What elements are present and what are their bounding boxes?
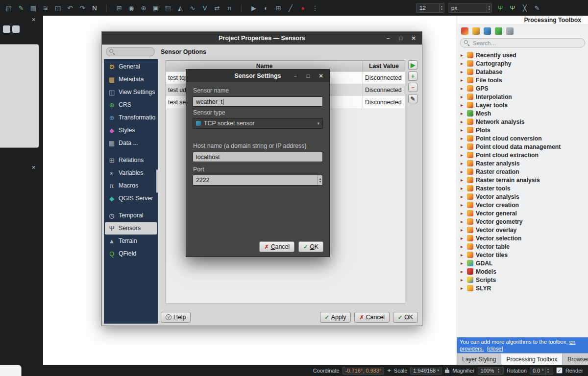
add-grid-icon[interactable]: ⊞	[114, 3, 124, 13]
ok-button[interactable]: ✓OK	[393, 312, 418, 323]
extent-icon[interactable]: +	[387, 367, 391, 374]
mesh-icon[interactable]: ◭	[175, 3, 185, 13]
sidebar-item-transformations[interactable]: ⊕ Transformations	[105, 112, 157, 124]
algorithm-group[interactable]: ▸ Cartography	[457, 59, 588, 68]
panel-tool-icon[interactable]	[3, 25, 10, 33]
separator[interactable]: │	[102, 3, 112, 13]
algorithm-group[interactable]: ▸ Raster tools	[457, 184, 588, 192]
providers-link[interactable]: providers.	[460, 346, 484, 352]
expand-arrow-icon[interactable]: ▸	[461, 269, 465, 274]
sidebar-item-relations[interactable]: ⊞ Relations	[105, 154, 157, 166]
algorithm-group[interactable]: ▸ Models	[457, 267, 588, 276]
add-sensor-button[interactable]: +	[408, 71, 417, 81]
expand-arrow-icon[interactable]: ▸	[461, 260, 465, 266]
close-button[interactable]: ✕	[407, 32, 420, 45]
sidebar-item-variables[interactable]: ε Variables	[105, 167, 157, 179]
rotation-spinner[interactable]: 0.0 °▴▾	[530, 367, 553, 375]
algorithm-group[interactable]: ▸ SLYR	[457, 284, 588, 292]
algorithm-group[interactable]: ▸ File tools	[457, 76, 588, 84]
algorithm-group[interactable]: ▸ GPS	[457, 84, 588, 93]
font-size-spinner[interactable]: 12 ▴▾	[416, 3, 444, 13]
dock-tab[interactable]: Processing Toolbox	[501, 353, 563, 365]
sensor-name-input[interactable]: weather_t	[193, 96, 323, 107]
render-checkbox[interactable]: ✓	[556, 367, 563, 374]
sidebar-scrollbar[interactable]	[156, 169, 158, 193]
algorithm-group[interactable]: ▸ Raster creation	[457, 167, 588, 176]
coordinate-input[interactable]: -0.716°, 0.933°	[343, 367, 385, 375]
edit-attributes-icon[interactable]: ✎	[532, 3, 542, 13]
lock-icon[interactable]	[445, 370, 449, 373]
toolbox-search-input[interactable]	[472, 40, 581, 47]
expand-arrow-icon[interactable]: ▸	[461, 235, 465, 241]
algorithm-group[interactable]: ▸ Vector tiles	[457, 251, 588, 259]
column-header-last-value[interactable]: Last Value	[363, 61, 405, 71]
close-button[interactable]: ✕	[315, 70, 327, 82]
sensor-settings-titlebar[interactable]: Sensor Settings – □ ✕	[186, 70, 329, 82]
edit-sensor-button[interactable]: ✎	[408, 94, 417, 103]
expand-arrow-icon[interactable]: ▸	[461, 202, 465, 208]
connect-sensor-button[interactable]: ▶	[408, 60, 417, 70]
slope-icon[interactable]: ╱	[286, 3, 295, 13]
swap-icon[interactable]: ⇄	[212, 3, 222, 13]
sidebar-item-terrain[interactable]: ▲ Terrain	[105, 235, 157, 247]
project-file-icon[interactable]: ▤	[4, 3, 14, 13]
algorithm-group[interactable]: ▸ Layer tools	[457, 101, 588, 109]
contrast-icon[interactable]: ◐	[261, 3, 271, 13]
play-icon[interactable]: ▶	[249, 3, 259, 13]
curve-icon[interactable]: ∿	[188, 3, 197, 13]
sidebar-item-metadata[interactable]: ▤ Metadata	[105, 73, 157, 86]
expand-arrow-icon[interactable]: ▸	[461, 52, 465, 58]
expand-arrow-icon[interactable]: ▸	[461, 152, 465, 158]
expand-arrow-icon[interactable]: ▸	[461, 169, 465, 174]
algorithm-group[interactable]: ▸ Vector general	[457, 209, 588, 217]
dock-tab[interactable]: Browser	[563, 353, 588, 365]
spinner-arrows-icon[interactable]: ▴▾	[318, 175, 322, 185]
algorithm-group[interactable]: ▸ Vector selection	[457, 234, 588, 242]
magnifier-spinner[interactable]: 100%▴▾	[478, 367, 504, 375]
host-name-input[interactable]: localhost	[193, 152, 323, 162]
select-icon[interactable]: ▣	[151, 3, 161, 13]
globe-icon[interactable]: ⊕	[139, 3, 148, 13]
algorithm-group[interactable]: ▸ Network analysis	[457, 118, 588, 126]
algorithm-group[interactable]: ▸ Mesh	[457, 109, 588, 118]
close-panel-icon[interactable]: ✕	[31, 165, 36, 170]
expand-arrow-icon[interactable]: ▸	[461, 111, 465, 116]
close-banner-link[interactable]: [close]	[487, 346, 503, 352]
algorithm-group[interactable]: ▸ Scripts	[457, 276, 588, 284]
algorithm-group[interactable]: ▸ Plots	[457, 126, 588, 134]
sidebar-item-temporal[interactable]: ◷ Temporal	[105, 210, 157, 222]
minimize-button[interactable]: –	[289, 70, 302, 82]
sidebar-item-styles[interactable]: ◆ Styles	[105, 124, 157, 137]
algorithm-group[interactable]: ▸ Database	[457, 68, 588, 76]
algorithm-group[interactable]: ▸ Vector creation	[457, 201, 588, 209]
collapsed-panel-tab[interactable]	[0, 365, 22, 376]
algorithm-group[interactable]: ▸ Raster terrain analysis	[457, 176, 588, 184]
rows-icon[interactable]: ▤	[163, 3, 173, 13]
expand-arrow-icon[interactable]: ▸	[461, 194, 465, 199]
pi-icon[interactable]: π	[224, 3, 234, 13]
port-spinner[interactable]: 2222 ▴▾	[193, 175, 323, 186]
algorithm-group[interactable]: ▸ Recently used	[457, 51, 588, 59]
expand-arrow-icon[interactable]: ▸	[461, 244, 465, 249]
pages-icon[interactable]: ◫	[53, 3, 63, 13]
unit-select[interactable]: px ▴▾	[448, 3, 492, 13]
node-icon[interactable]: ◉	[126, 3, 136, 13]
panel-tool-icon[interactable]	[12, 25, 20, 33]
north-arrow-icon[interactable]: N	[90, 3, 99, 13]
algorithm-group[interactable]: ▸ Vector overlay	[457, 226, 588, 234]
spinner-arrows-icon[interactable]: ▴▾	[496, 367, 501, 374]
expand-arrow-icon[interactable]: ▸	[461, 86, 465, 91]
grid-icon[interactable]: ⊞	[273, 3, 283, 13]
algorithm-group[interactable]: ▸ Raster analysis	[457, 159, 588, 167]
expand-arrow-icon[interactable]: ▸	[461, 102, 465, 108]
expand-arrow-icon[interactable]: ▸	[461, 227, 465, 233]
expand-arrow-icon[interactable]: ▸	[461, 77, 465, 83]
cancel-button[interactable]: ✗Cancel	[354, 312, 390, 323]
expand-arrow-icon[interactable]: ▸	[461, 177, 465, 183]
results-icon[interactable]	[495, 27, 502, 35]
expand-arrow-icon[interactable]: ▸	[461, 127, 465, 133]
expand-arrow-icon[interactable]: ▸	[461, 136, 465, 141]
algorithm-group[interactable]: ▸ Point cloud data management	[457, 142, 588, 151]
record-icon[interactable]: ●	[298, 3, 308, 13]
spinner-arrows-icon[interactable]: ▴▾	[439, 3, 444, 12]
